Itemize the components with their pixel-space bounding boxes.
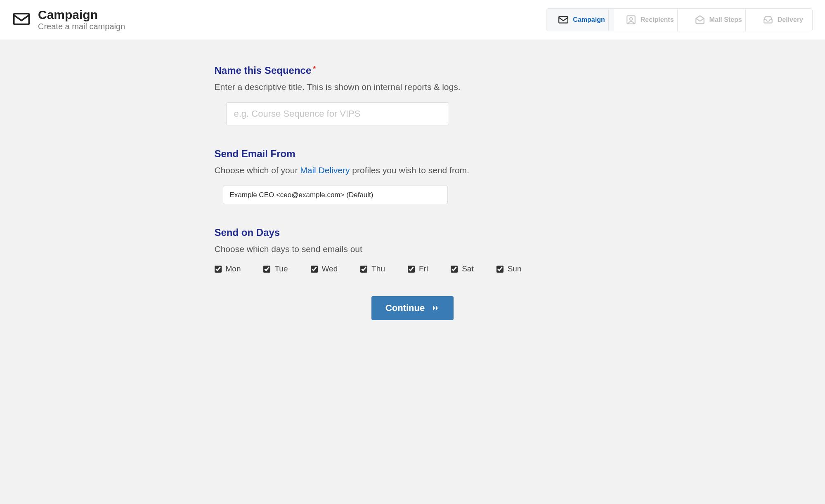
step-mail-steps[interactable]: Mail Steps <box>683 9 751 31</box>
day-checkbox-thu[interactable]: Thu <box>360 264 385 273</box>
envelope-open-icon <box>695 14 705 25</box>
page-header: Campaign Create a mail campaign Campaign… <box>0 0 825 40</box>
required-mark: * <box>313 65 316 73</box>
step-recipients[interactable]: Recipients <box>614 9 683 31</box>
step-label: Delivery <box>778 16 803 24</box>
checkbox-input[interactable] <box>215 266 222 273</box>
section-title: Name this Sequence <box>215 65 312 76</box>
day-label: Tue <box>274 264 288 273</box>
sequence-name-input[interactable] <box>226 102 449 125</box>
envelope-icon <box>558 14 569 25</box>
svg-point-3 <box>629 18 632 21</box>
step-label: Mail Steps <box>709 16 742 24</box>
day-label: Wed <box>322 264 338 273</box>
day-checkbox-sat[interactable]: Sat <box>451 264 474 273</box>
section-send-days: Send on Days Choose which days to send e… <box>215 227 611 273</box>
main-content: Name this Sequence* Enter a descriptive … <box>206 40 619 345</box>
section-title: Send on Days <box>215 227 280 238</box>
day-checkbox-tue[interactable]: Tue <box>263 264 288 273</box>
inbox-icon <box>763 14 773 25</box>
checkbox-input[interactable] <box>360 266 367 273</box>
page-subtitle: Create a mail campaign <box>38 22 125 31</box>
desc-text-post: profiles you wish to send from. <box>350 165 469 175</box>
svg-rect-0 <box>14 14 29 24</box>
checkbox-input[interactable] <box>311 266 318 273</box>
section-desc: Choose which of your Mail Delivery profi… <box>215 165 611 175</box>
days-row: Mon Tue Wed Thu Fri Sat <box>215 264 611 273</box>
day-label: Sun <box>508 264 522 273</box>
envelope-icon <box>12 10 31 30</box>
section-desc: Enter a descriptive title. This is shown… <box>215 82 611 92</box>
step-label: Recipients <box>641 16 674 24</box>
send-from-select[interactable]: Example CEO <ceo@example.com> (Default) <box>223 186 448 204</box>
checkbox-input[interactable] <box>451 266 458 273</box>
day-label: Mon <box>226 264 241 273</box>
day-label: Thu <box>371 264 385 273</box>
continue-button[interactable]: Continue <box>371 296 454 320</box>
wizard-steps: Campaign Recipients Mail Steps Delivery <box>546 8 813 31</box>
day-checkbox-sun[interactable]: Sun <box>496 264 522 273</box>
mail-delivery-link[interactable]: Mail Delivery <box>300 165 350 175</box>
step-campaign[interactable]: Campaign <box>546 9 614 31</box>
section-desc: Choose which days to send emails out <box>215 244 611 254</box>
day-checkbox-fri[interactable]: Fri <box>408 264 428 273</box>
checkbox-input[interactable] <box>496 266 504 273</box>
desc-text-pre: Choose which of your <box>215 165 300 175</box>
header-left: Campaign Create a mail campaign <box>12 8 125 32</box>
day-checkbox-mon[interactable]: Mon <box>215 264 241 273</box>
checkbox-input[interactable] <box>263 266 270 273</box>
day-label: Fri <box>419 264 428 273</box>
step-delivery[interactable]: Delivery <box>751 9 812 31</box>
section-title: Send Email From <box>215 148 295 160</box>
checkbox-input[interactable] <box>408 266 415 273</box>
header-text: Campaign Create a mail campaign <box>38 8 125 32</box>
day-label: Sat <box>462 264 474 273</box>
page-title: Campaign <box>38 8 125 21</box>
chevron-double-right-icon <box>431 304 440 312</box>
step-label: Campaign <box>573 16 605 24</box>
section-name-sequence: Name this Sequence* Enter a descriptive … <box>215 65 611 125</box>
continue-label: Continue <box>385 303 425 313</box>
day-checkbox-wed[interactable]: Wed <box>311 264 338 273</box>
svg-rect-1 <box>559 16 568 23</box>
user-square-icon <box>626 14 636 25</box>
section-send-from: Send Email From Choose which of your Mai… <box>215 148 611 204</box>
